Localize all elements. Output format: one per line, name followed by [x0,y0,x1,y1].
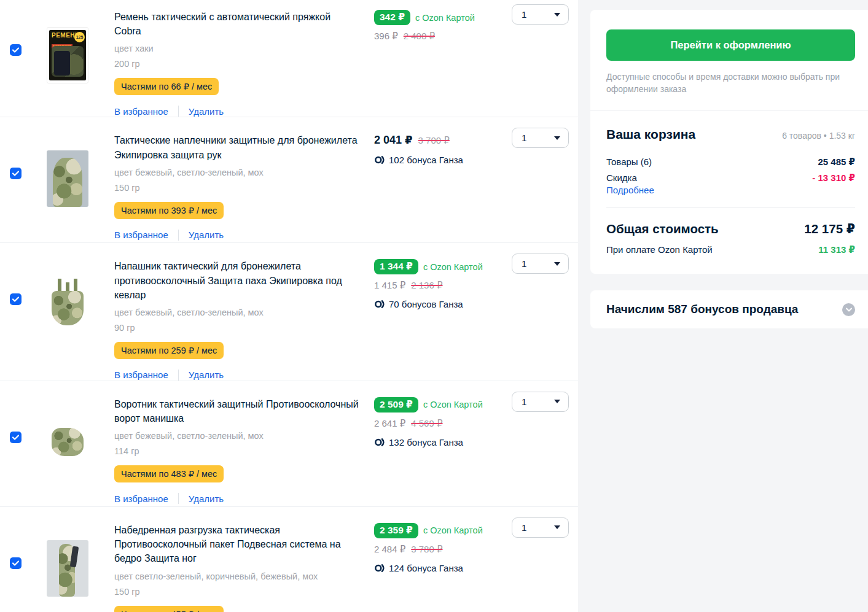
seller-bonus-text: Начислим 587 бонусов продавца [606,303,798,316]
item-info: Тактические наплечники защитные для брон… [114,133,374,242]
item-checkbox[interactable] [10,293,22,305]
delivery-note: Доступные способы и время доставки можно… [606,71,840,95]
image-cell [43,133,114,242]
delete-link[interactable]: Удалить [189,230,224,240]
item-color: цвет бежевый, светло-зеленый, мох [114,168,359,177]
bonus-line: 70 бонусов Ганза [374,299,512,309]
installment-badge: Частями по 66 ₽ / мес [114,78,219,95]
item-info: Напашник тактический для бронежилета про… [114,259,374,381]
item-weight: 90 гр [114,323,359,333]
item-actions: В избранное Удалить [114,370,359,381]
ozon-card-total-label: При оплате Ozon Картой [606,244,713,255]
item-color: цвет бежевый, светло-зеленый, мох [114,308,359,317]
ozon-card-label: с Ozon Картой [423,400,483,409]
caret-down-icon [554,13,560,17]
bonus-text: 124 бонуса Ганза [389,563,463,573]
link-divider [178,106,179,117]
caret-down-icon [554,136,560,140]
item-info: Ремень тактический с автоматический пряж… [114,10,374,117]
item-title[interactable]: Ремень тактический с автоматический пряж… [114,10,359,38]
installment-badge: Частями по 483 ₽ / мес [114,465,224,482]
ozon-card-label: с Ozon Картой [423,262,483,272]
favorite-link[interactable]: В избранное [114,494,168,504]
quantity-select[interactable]: 1 [512,254,569,274]
ozon-card-total-value: 11 313 ₽ [818,244,855,255]
quantity-select[interactable]: 1 [512,392,569,412]
bonus-line: 124 бонуса Ганза [374,563,512,573]
divider [606,207,855,208]
price-old: 3 780 ₽ [411,544,442,555]
product-image[interactable]: РЕМЕНЬ ТАКТИЧЕСКИЙ 125 [47,27,88,83]
goods-value: 25 485 ₽ [818,157,855,168]
quantity-select[interactable]: 1 [512,4,569,25]
strap-graphic [58,279,61,292]
chevron-down-icon[interactable] [842,303,855,316]
item-price-block: 2 509 ₽ с Ozon Картой 2 641 ₽ 4 569 ₽ 13… [374,397,512,506]
item-title[interactable]: Набедренная разгрузка тактическая Против… [114,523,359,566]
item-title[interactable]: Напашник тактический для бронежилета про… [114,259,359,302]
delete-link[interactable]: Удалить [189,106,224,117]
quantity-select[interactable]: 1 [512,517,569,538]
item-color: цвет хаки [114,44,359,53]
item-price-block: 1 344 ₽ с Ozon Картой 1 415 ₽ 2 136 ₽ 70… [374,259,512,381]
checkbox-cell [10,397,43,506]
cart-item: Напашник тактический для бронежилета про… [0,243,578,381]
product-image[interactable] [47,276,88,333]
ozon-card-label: с Ozon Картой [423,525,483,535]
seller-bonus-banner[interactable]: Начислим 587 бонусов продавца [590,290,868,328]
link-divider [178,370,179,381]
cart-item: Тактические наплечники защитные для брон… [0,117,578,243]
price-old: 2 400 ₽ [404,31,435,42]
checkbox-cell [10,523,43,612]
cart-page: РЕМЕНЬ ТАКТИЧЕСКИЙ 125 Ремень тактически… [0,0,868,612]
item-weight: 150 гр [114,587,359,597]
item-checkbox[interactable] [10,432,22,443]
item-checkbox[interactable] [10,168,22,179]
quantity-value: 1 [522,258,526,269]
favorite-link[interactable]: В избранное [114,370,168,380]
item-weight: 200 гр [114,59,359,69]
quantity-select[interactable]: 1 [512,128,569,148]
delete-link[interactable]: Удалить [189,494,224,504]
item-color: цвет светло-зеленый, коричневый, бежевый… [114,571,359,581]
total-value: 12 175 ₽ [804,222,855,236]
ozon-bonus-icon [374,563,385,573]
ozon-card-price-badge: 1 344 ₽ [374,259,418,274]
item-checkbox[interactable] [10,557,22,569]
favorite-link[interactable]: В избранное [114,230,168,240]
check-icon [12,435,19,440]
quantity-value: 1 [522,133,526,143]
item-checkbox[interactable] [10,44,22,56]
item-title[interactable]: Воротник тактический защитный Противооск… [114,397,359,425]
product-image[interactable] [47,150,88,207]
belt-package-graphic: РЕМЕНЬ ТАКТИЧЕСКИЙ 125 [49,30,86,80]
bonus-line: 132 бонуса Ганза [374,437,512,447]
item-info: Воротник тактический защитный Противооск… [114,397,374,506]
price-old: 3 700 ₽ [418,135,450,146]
total-label: Общая стоимость [606,222,719,236]
qty-cell: 1 [512,259,578,381]
item-price-block: 342 ₽ с Ozon Картой 396 ₽ 2 400 ₽ [374,10,512,117]
favorite-link[interactable]: В избранное [114,106,168,117]
discount-label: Скидка [606,172,637,183]
product-image[interactable] [47,540,88,597]
checkout-button[interactable]: Перейти к оформлению [606,29,855,61]
cart-item: Воротник тактический защитный Противооск… [0,381,578,507]
ozon-card-price-badge: 2 359 ₽ [374,523,418,538]
buckle-graphic [54,51,70,76]
checkbox-cell [10,133,43,242]
price-current: 1 415 ₽ [374,280,405,291]
discount-details-link[interactable]: Подробнее [606,185,654,195]
package-badge-text: 125 [74,32,85,42]
delete-link[interactable]: Удалить [189,370,224,380]
cart-title: Ваша корзина [606,127,695,142]
cart-summary-sidebar: Перейти к оформлению Доступные способы и… [578,0,868,612]
cart-item: Набедренная разгрузка тактическая Против… [0,507,578,612]
caret-down-icon [554,400,560,403]
image-cell: РЕМЕНЬ ТАКТИЧЕСКИЙ 125 [43,10,114,117]
cart-summary: Ваша корзина 6 товаров • 1.53 кг Товары … [606,110,855,255]
price-main: 2 041 ₽ [374,133,413,147]
cart-meta: 6 товаров • 1.53 кг [782,131,855,141]
item-title[interactable]: Тактические наплечники защитные для брон… [114,133,359,161]
product-image[interactable] [47,414,88,471]
